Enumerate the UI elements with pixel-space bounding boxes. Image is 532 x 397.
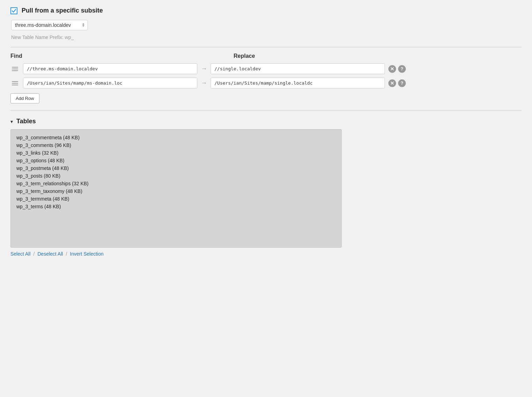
help-row-1-button[interactable]: ? xyxy=(398,65,406,73)
tables-title: Tables xyxy=(16,118,36,125)
subsite-select-wrapper: three.ms-domain.localdev single.localdev… xyxy=(11,20,522,30)
table-item[interactable]: wp_3_term_taxonomy (48 KB) xyxy=(16,187,336,195)
separator-2: / xyxy=(66,251,67,257)
row-actions-1: ✕ ? xyxy=(388,65,406,73)
tables-actions: Select All / Deselect All / Invert Selec… xyxy=(10,251,522,257)
row-actions-2: ✕ ? xyxy=(388,79,406,87)
pull-subsite-section: Pull from a specific subsite three.ms-do… xyxy=(10,7,522,40)
find-replace-headers: Find Replace xyxy=(10,53,522,59)
table-prefix-text: New Table Name Prefix: wp_ xyxy=(11,34,522,40)
table-item[interactable]: wp_3_posts (80 KB) xyxy=(16,172,336,180)
help-row-2-button[interactable]: ? xyxy=(398,79,406,87)
replace-input-1[interactable] xyxy=(211,63,385,74)
find-input-2[interactable] xyxy=(23,78,197,88)
tables-section: ▾ Tables wp_3_commentmeta (48 KB) wp_3_c… xyxy=(10,118,522,257)
pull-subsite-checkbox[interactable] xyxy=(10,7,17,14)
invert-selection-button[interactable]: Invert Selection xyxy=(70,251,104,257)
table-item[interactable]: wp_3_links (32 KB) xyxy=(16,149,336,157)
separator-1: / xyxy=(33,251,35,257)
find-input-1[interactable] xyxy=(23,63,197,74)
find-replace-section: Find Replace → ✕ ? → ✕ ? Add Row xyxy=(10,53,522,103)
tables-list[interactable]: wp_3_commentmeta (48 KB) wp_3_comments (… xyxy=(10,129,342,248)
remove-row-2-button[interactable]: ✕ xyxy=(388,79,396,87)
find-header: Find xyxy=(10,53,220,59)
subsite-select[interactable]: three.ms-domain.localdev single.localdev xyxy=(11,20,88,30)
find-replace-row-1: → ✕ ? xyxy=(10,63,522,74)
table-item[interactable]: wp_3_term_relationships (32 KB) xyxy=(16,180,336,187)
deselect-all-button[interactable]: Deselect All xyxy=(37,251,63,257)
tables-header-row: ▾ Tables xyxy=(10,118,522,125)
arrow-icon-1: → xyxy=(201,65,207,72)
table-item[interactable]: wp_3_comments (96 KB) xyxy=(16,141,336,149)
pull-subsite-label: Pull from a specific subsite xyxy=(22,7,103,14)
table-item[interactable]: wp_3_commentmeta (48 KB) xyxy=(16,134,336,141)
divider-2 xyxy=(10,110,522,111)
subsite-select-container: three.ms-domain.localdev single.localdev… xyxy=(11,20,88,30)
table-item[interactable]: wp_3_termmeta (48 KB) xyxy=(16,195,336,203)
table-item[interactable]: wp_3_options (48 KB) xyxy=(16,157,336,164)
find-replace-row-2: → ✕ ? xyxy=(10,78,522,88)
arrow-icon-2: → xyxy=(201,79,207,87)
add-row-button[interactable]: Add Row xyxy=(10,93,39,103)
replace-input-2[interactable] xyxy=(211,78,385,88)
replace-header: Replace xyxy=(234,53,255,59)
table-item[interactable]: wp_3_terms (48 KB) xyxy=(16,203,336,210)
select-all-button[interactable]: Select All xyxy=(10,251,31,257)
pull-subsite-row: Pull from a specific subsite xyxy=(10,7,522,14)
divider-1 xyxy=(10,47,522,47)
tables-collapse-icon[interactable]: ▾ xyxy=(10,119,13,124)
remove-row-1-button[interactable]: ✕ xyxy=(388,65,396,73)
drag-handle-2[interactable] xyxy=(10,80,20,87)
table-item[interactable]: wp_3_postmeta (48 KB) xyxy=(16,164,336,172)
drag-handle-1[interactable] xyxy=(10,65,20,72)
